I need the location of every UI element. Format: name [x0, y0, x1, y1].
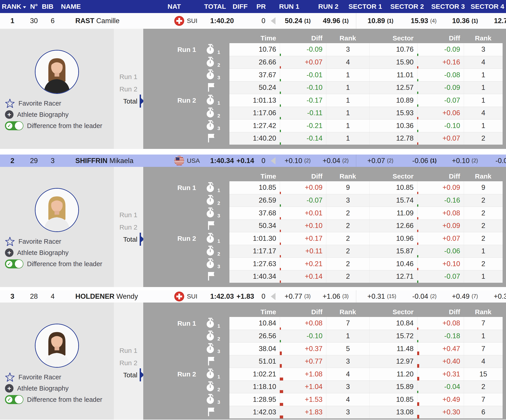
athlete-photo[interactable] — [35, 324, 79, 368]
rank-cell: 3 — [326, 381, 369, 393]
total-time: 1:40.20 — [204, 17, 234, 25]
favorite-racer-label: Favorite Racer — [19, 374, 61, 381]
diff-tick-mark — [280, 92, 281, 94]
tab-run2[interactable]: Run 2 — [114, 223, 137, 232]
sector-cell: 12.66 — [369, 220, 417, 232]
tab-total[interactable]: Total — [114, 235, 137, 244]
diff-tick-mark — [417, 364, 419, 368]
stopwatch-2-icon: 2 — [206, 195, 221, 206]
racer-summary-row[interactable]: 2 29 3 SHIFFRIN Mikaela USA 1:40.34 +0.1… — [0, 155, 506, 167]
tab-run2[interactable]: Run 2 — [114, 85, 137, 94]
diff-tick-mark — [417, 255, 418, 257]
finish-flag-icon — [206, 82, 221, 93]
summary-metric-value: +0.30 — [484, 292, 506, 301]
diff-cell: -0.17 — [280, 94, 326, 107]
col-header-name[interactable]: NAME — [61, 3, 81, 10]
tab-total[interactable]: Total — [114, 97, 137, 106]
tab-total[interactable]: Total — [114, 371, 137, 380]
col-header-diff[interactable]: DIFF — [233, 3, 248, 10]
rank-cell: 3 — [326, 194, 369, 207]
diff-tick-mark — [280, 230, 281, 232]
racer-detail-panel: Favorite Racer + Athlete Biography ✓ Dif… — [0, 29, 506, 149]
diff-tick-mark — [280, 243, 281, 245]
summary-metric-value: +0.49 — [443, 292, 470, 301]
athlete-biography-button[interactable]: + Athlete Biography — [5, 383, 102, 393]
sector-table-header: TimeDiffRankSectorDiffRank — [229, 307, 503, 317]
athlete-photo[interactable] — [35, 50, 79, 94]
athlete-biography-button[interactable]: + Athlete Biography — [5, 248, 102, 258]
tab-run1[interactable]: Run 1 — [114, 210, 137, 220]
total-time: 1:42.03 — [204, 292, 234, 301]
diff-tick-mark — [280, 415, 283, 418]
racer-summary-row[interactable]: 1 30 6 RAST Camille SUI 1:40.20 0 50.24(… — [0, 13, 506, 29]
time-cell: 1:17.17 — [229, 245, 280, 258]
diff-cell: -0.01 — [280, 69, 326, 81]
rank-cell: 5 — [326, 342, 369, 355]
racer-summary-row[interactable]: 3 28 4 HOLDENER Wendy SUI 1:42.03 +1.83 … — [0, 290, 506, 303]
detail-row: 10.85+0.09910.85+0.099 — [229, 181, 503, 194]
tab-run2[interactable]: Run 2 — [114, 358, 137, 368]
tab-run1[interactable]: Run 1 — [114, 72, 137, 81]
summary-metric-rank: (3) — [340, 293, 355, 299]
summary-metric-rank: (2) — [385, 158, 399, 164]
stopwatch-1-icon: 1 — [206, 95, 221, 106]
col-header-sector1[interactable]: SECTOR 1 — [349, 3, 382, 10]
sector-diff-cell: -0.08 — [417, 69, 464, 81]
time-cell: 1:02.21 — [229, 368, 280, 381]
time-cell: 1:42.03 — [229, 406, 280, 419]
difference-toggle[interactable]: ✓ — [5, 121, 23, 130]
col-header-run2[interactable]: RUN 2 — [318, 3, 339, 10]
athlete-biography-button[interactable]: + Athlete Biography — [5, 110, 102, 119]
col-header-run1[interactable]: RUN 1 — [279, 3, 299, 10]
detail-col-header: Rank — [464, 34, 503, 42]
pr-value: 0 — [254, 17, 265, 25]
difference-toggle[interactable]: ✓ — [5, 395, 23, 404]
selected-tab-marker-icon — [140, 368, 141, 381]
col-header-bib[interactable]: BIB — [42, 3, 53, 10]
favorite-racer-button[interactable]: Favorite Racer — [5, 372, 102, 382]
col-header-sector2[interactable]: SECTOR 2 — [390, 3, 424, 10]
col-header-order[interactable]: N° — [30, 3, 38, 10]
summary-metric-value: 10.89 — [358, 17, 385, 25]
time-cell: 1:27.42 — [229, 119, 280, 132]
diff-cell: +0.10 — [280, 220, 326, 232]
sector-cell: 15.72 — [369, 330, 417, 342]
sector-rank-cell: 4 — [464, 56, 503, 69]
sector-cell: 15.74 — [369, 194, 417, 207]
detail-row: 1:28.95+1.53410.85+0.497 — [229, 393, 503, 406]
detail-row: 37.67-0.01111.01-0.081 — [229, 69, 503, 81]
col-header-pr[interactable]: PR — [256, 3, 266, 10]
finish-flag-icon — [206, 220, 221, 231]
diff-tick-mark — [280, 255, 281, 257]
col-header-sector3[interactable]: SECTOR 3 — [431, 3, 465, 10]
collapse-control[interactable] — [265, 17, 276, 25]
star-icon — [5, 237, 15, 246]
sector-rank-cell: 2 — [464, 232, 503, 245]
col-header-rank[interactable]: RANK — [2, 3, 26, 10]
sector-cell: 11.48 — [369, 342, 417, 355]
run2-group-label: Run 2 — [170, 370, 196, 378]
pr-value: 0 — [254, 157, 265, 165]
detail-row: 1:02.21+1.08411.20+0.3115 — [229, 368, 503, 381]
col-header-nat[interactable]: NAT — [167, 3, 181, 10]
sector-rank-cell: 15 — [464, 368, 503, 381]
collapse-control[interactable] — [265, 157, 276, 164]
tab-run1[interactable]: Run 1 — [114, 346, 137, 355]
diff-cell: -0.21 — [280, 119, 326, 132]
sector-table-header: TimeDiffRankSectorDiffRank — [229, 33, 503, 43]
difference-toggle[interactable]: ✓ — [5, 259, 23, 268]
athlete-photo[interactable] — [35, 188, 79, 232]
racer-detail-panel: Favorite Racer + Athlete Biography ✓ Dif… — [0, 303, 506, 420]
col-header-sector4[interactable]: SECTOR 4 — [471, 3, 504, 10]
favorite-racer-button[interactable]: Favorite Racer — [5, 237, 102, 246]
collapse-control[interactable] — [265, 293, 276, 300]
detail-col-header: Rank — [464, 308, 503, 316]
sector-rank-cell: 1 — [464, 119, 503, 132]
sector-diff-cell: -0.07 — [417, 271, 464, 283]
summary-metric-rank: (1) — [470, 18, 484, 24]
detail-col-header: Diff — [280, 308, 326, 316]
rank-cell: 2 — [326, 245, 369, 258]
favorite-racer-button[interactable]: Favorite Racer — [5, 98, 102, 108]
favorite-racer-label: Favorite Racer — [19, 238, 61, 245]
col-header-total[interactable]: TOTAL — [204, 3, 226, 10]
